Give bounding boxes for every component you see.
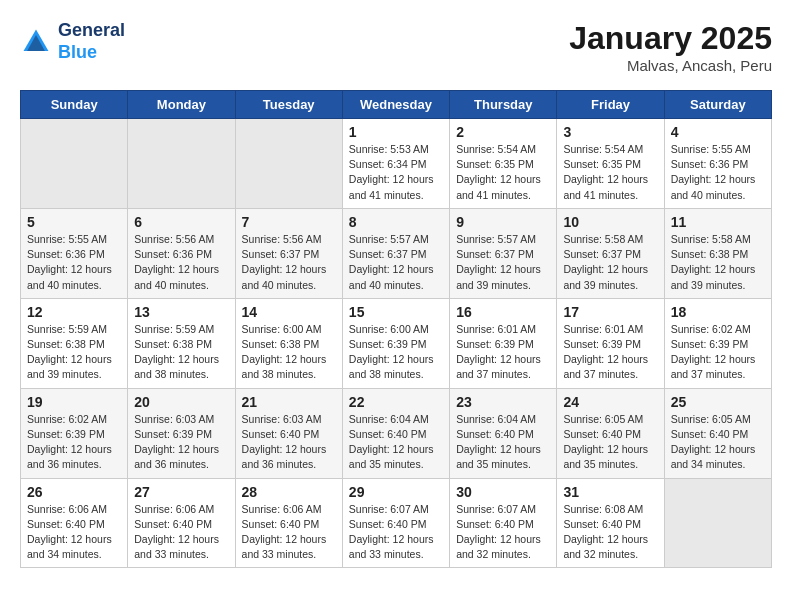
day-info: Sunrise: 6:06 AM Sunset: 6:40 PM Dayligh…: [27, 502, 122, 563]
day-cell: 11Sunrise: 5:58 AM Sunset: 6:38 PM Dayli…: [664, 208, 771, 298]
day-cell: 29Sunrise: 6:07 AM Sunset: 6:40 PM Dayli…: [342, 478, 449, 568]
day-number: 6: [134, 214, 229, 230]
day-cell: 13Sunrise: 5:59 AM Sunset: 6:38 PM Dayli…: [128, 298, 235, 388]
day-info: Sunrise: 5:58 AM Sunset: 6:37 PM Dayligh…: [563, 232, 658, 293]
day-number: 26: [27, 484, 122, 500]
day-cell: 17Sunrise: 6:01 AM Sunset: 6:39 PM Dayli…: [557, 298, 664, 388]
day-cell: [21, 119, 128, 209]
day-number: 29: [349, 484, 444, 500]
day-cell: 24Sunrise: 6:05 AM Sunset: 6:40 PM Dayli…: [557, 388, 664, 478]
day-number: 20: [134, 394, 229, 410]
day-number: 25: [671, 394, 766, 410]
day-info: Sunrise: 6:05 AM Sunset: 6:40 PM Dayligh…: [563, 412, 658, 473]
day-cell: 25Sunrise: 6:05 AM Sunset: 6:40 PM Dayli…: [664, 388, 771, 478]
page-container: General Blue January 2025 Malvas, Ancash…: [0, 0, 792, 588]
day-cell: 28Sunrise: 6:06 AM Sunset: 6:40 PM Dayli…: [235, 478, 342, 568]
day-cell: 31Sunrise: 6:08 AM Sunset: 6:40 PM Dayli…: [557, 478, 664, 568]
day-number: 28: [242, 484, 337, 500]
day-cell: 18Sunrise: 6:02 AM Sunset: 6:39 PM Dayli…: [664, 298, 771, 388]
day-info: Sunrise: 6:04 AM Sunset: 6:40 PM Dayligh…: [456, 412, 551, 473]
title-block: January 2025 Malvas, Ancash, Peru: [569, 20, 772, 74]
day-info: Sunrise: 6:02 AM Sunset: 6:39 PM Dayligh…: [671, 322, 766, 383]
day-info: Sunrise: 5:55 AM Sunset: 6:36 PM Dayligh…: [27, 232, 122, 293]
day-number: 10: [563, 214, 658, 230]
day-number: 9: [456, 214, 551, 230]
day-cell: 7Sunrise: 5:56 AM Sunset: 6:37 PM Daylig…: [235, 208, 342, 298]
day-number: 17: [563, 304, 658, 320]
day-number: 19: [27, 394, 122, 410]
day-number: 2: [456, 124, 551, 140]
day-info: Sunrise: 5:57 AM Sunset: 6:37 PM Dayligh…: [456, 232, 551, 293]
day-info: Sunrise: 5:55 AM Sunset: 6:36 PM Dayligh…: [671, 142, 766, 203]
logo: General Blue: [20, 20, 125, 63]
day-cell: 20Sunrise: 6:03 AM Sunset: 6:39 PM Dayli…: [128, 388, 235, 478]
logo-icon: [20, 26, 52, 58]
week-row-4: 19Sunrise: 6:02 AM Sunset: 6:39 PM Dayli…: [21, 388, 772, 478]
day-cell: 5Sunrise: 5:55 AM Sunset: 6:36 PM Daylig…: [21, 208, 128, 298]
day-cell: 9Sunrise: 5:57 AM Sunset: 6:37 PM Daylig…: [450, 208, 557, 298]
day-number: 5: [27, 214, 122, 230]
weekday-header-row: SundayMondayTuesdayWednesdayThursdayFrid…: [21, 91, 772, 119]
day-number: 30: [456, 484, 551, 500]
day-info: Sunrise: 6:05 AM Sunset: 6:40 PM Dayligh…: [671, 412, 766, 473]
weekday-header-saturday: Saturday: [664, 91, 771, 119]
day-info: Sunrise: 6:03 AM Sunset: 6:39 PM Dayligh…: [134, 412, 229, 473]
day-info: Sunrise: 5:59 AM Sunset: 6:38 PM Dayligh…: [134, 322, 229, 383]
day-number: 11: [671, 214, 766, 230]
day-cell: [128, 119, 235, 209]
day-info: Sunrise: 6:04 AM Sunset: 6:40 PM Dayligh…: [349, 412, 444, 473]
day-info: Sunrise: 5:53 AM Sunset: 6:34 PM Dayligh…: [349, 142, 444, 203]
day-number: 1: [349, 124, 444, 140]
day-number: 14: [242, 304, 337, 320]
day-cell: 27Sunrise: 6:06 AM Sunset: 6:40 PM Dayli…: [128, 478, 235, 568]
day-info: Sunrise: 5:59 AM Sunset: 6:38 PM Dayligh…: [27, 322, 122, 383]
day-cell: 23Sunrise: 6:04 AM Sunset: 6:40 PM Dayli…: [450, 388, 557, 478]
day-cell: 22Sunrise: 6:04 AM Sunset: 6:40 PM Dayli…: [342, 388, 449, 478]
week-row-2: 5Sunrise: 5:55 AM Sunset: 6:36 PM Daylig…: [21, 208, 772, 298]
week-row-1: 1Sunrise: 5:53 AM Sunset: 6:34 PM Daylig…: [21, 119, 772, 209]
header: General Blue January 2025 Malvas, Ancash…: [20, 20, 772, 74]
weekday-header-friday: Friday: [557, 91, 664, 119]
day-number: 4: [671, 124, 766, 140]
weekday-header-wednesday: Wednesday: [342, 91, 449, 119]
day-info: Sunrise: 5:56 AM Sunset: 6:36 PM Dayligh…: [134, 232, 229, 293]
day-cell: 15Sunrise: 6:00 AM Sunset: 6:39 PM Dayli…: [342, 298, 449, 388]
weekday-header-thursday: Thursday: [450, 91, 557, 119]
day-number: 12: [27, 304, 122, 320]
week-row-5: 26Sunrise: 6:06 AM Sunset: 6:40 PM Dayli…: [21, 478, 772, 568]
day-number: 18: [671, 304, 766, 320]
day-cell: 30Sunrise: 6:07 AM Sunset: 6:40 PM Dayli…: [450, 478, 557, 568]
day-cell: [664, 478, 771, 568]
calendar-title: January 2025: [569, 20, 772, 57]
day-number: 22: [349, 394, 444, 410]
day-info: Sunrise: 5:56 AM Sunset: 6:37 PM Dayligh…: [242, 232, 337, 293]
day-cell: 4Sunrise: 5:55 AM Sunset: 6:36 PM Daylig…: [664, 119, 771, 209]
weekday-header-sunday: Sunday: [21, 91, 128, 119]
day-number: 31: [563, 484, 658, 500]
day-cell: 12Sunrise: 5:59 AM Sunset: 6:38 PM Dayli…: [21, 298, 128, 388]
calendar-subtitle: Malvas, Ancash, Peru: [569, 57, 772, 74]
weekday-header-monday: Monday: [128, 91, 235, 119]
day-number: 15: [349, 304, 444, 320]
day-cell: 8Sunrise: 5:57 AM Sunset: 6:37 PM Daylig…: [342, 208, 449, 298]
day-info: Sunrise: 6:03 AM Sunset: 6:40 PM Dayligh…: [242, 412, 337, 473]
day-info: Sunrise: 6:08 AM Sunset: 6:40 PM Dayligh…: [563, 502, 658, 563]
day-info: Sunrise: 5:58 AM Sunset: 6:38 PM Dayligh…: [671, 232, 766, 293]
day-number: 27: [134, 484, 229, 500]
week-row-3: 12Sunrise: 5:59 AM Sunset: 6:38 PM Dayli…: [21, 298, 772, 388]
day-cell: [235, 119, 342, 209]
day-info: Sunrise: 6:02 AM Sunset: 6:39 PM Dayligh…: [27, 412, 122, 473]
day-cell: 3Sunrise: 5:54 AM Sunset: 6:35 PM Daylig…: [557, 119, 664, 209]
day-cell: 2Sunrise: 5:54 AM Sunset: 6:35 PM Daylig…: [450, 119, 557, 209]
logo-text: General Blue: [58, 20, 125, 63]
day-number: 8: [349, 214, 444, 230]
day-info: Sunrise: 6:01 AM Sunset: 6:39 PM Dayligh…: [456, 322, 551, 383]
day-info: Sunrise: 6:06 AM Sunset: 6:40 PM Dayligh…: [134, 502, 229, 563]
day-cell: 16Sunrise: 6:01 AM Sunset: 6:39 PM Dayli…: [450, 298, 557, 388]
day-number: 16: [456, 304, 551, 320]
weekday-header-tuesday: Tuesday: [235, 91, 342, 119]
day-cell: 1Sunrise: 5:53 AM Sunset: 6:34 PM Daylig…: [342, 119, 449, 209]
day-info: Sunrise: 5:54 AM Sunset: 6:35 PM Dayligh…: [456, 142, 551, 203]
day-number: 24: [563, 394, 658, 410]
day-info: Sunrise: 6:07 AM Sunset: 6:40 PM Dayligh…: [456, 502, 551, 563]
